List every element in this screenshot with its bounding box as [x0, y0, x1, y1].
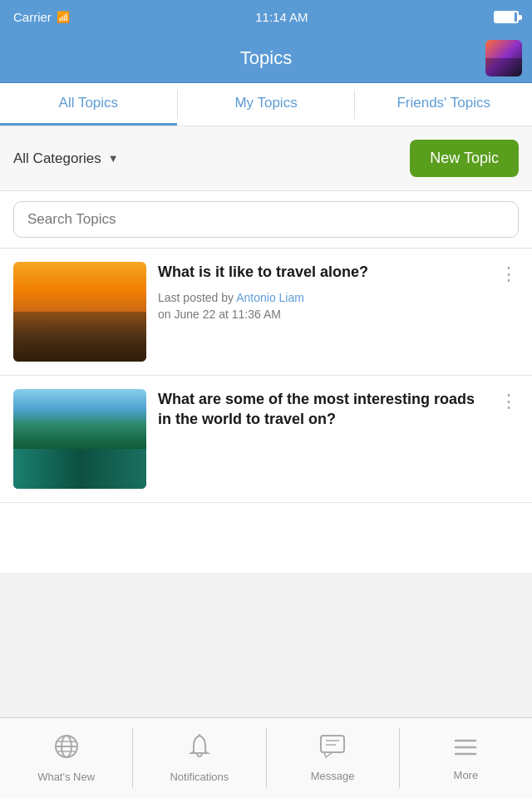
bottom-tab-more[interactable]: More	[400, 718, 532, 798]
whats-new-label: What's New	[37, 771, 95, 783]
search-input[interactable]	[13, 201, 519, 238]
new-topic-button[interactable]: New Topic	[410, 140, 519, 177]
message-label: Message	[311, 770, 355, 782]
dropdown-arrow-icon: ▼	[108, 152, 119, 165]
search-container	[0, 191, 532, 249]
tab-friends-topics[interactable]: Friends' Topics	[355, 83, 532, 126]
topic-meta-prefix: Last posted by	[158, 291, 236, 304]
table-row[interactable]: What are some of the most interesting ro…	[0, 376, 532, 503]
topics-tab-bar: All Topics My Topics Friends' Topics	[0, 83, 532, 126]
more-label: More	[454, 769, 479, 781]
status-bar-left: Carrier 📶	[13, 10, 70, 24]
carrier-label: Carrier	[13, 10, 52, 24]
topic-more-button[interactable]: ⋮	[493, 262, 519, 287]
topic-more-button[interactable]: ⋮	[493, 389, 519, 414]
topic-author[interactable]: Antonio Liam	[236, 291, 304, 304]
page-title: Topics	[240, 47, 292, 69]
topic-content: What are some of the most interesting ro…	[158, 389, 481, 438]
topic-meta: Last posted by Antonio Liam on June 22 a…	[158, 290, 481, 323]
topic-title: What is it like to travel alone?	[158, 262, 481, 282]
globe-icon	[53, 733, 80, 766]
table-row[interactable]: What is it like to travel alone? Last po…	[0, 249, 532, 376]
topic-thumbnail	[13, 262, 146, 362]
categories-label: All Categories	[13, 150, 101, 167]
bottom-tab-notifications[interactable]: Notifications	[133, 718, 265, 798]
tab-my-topics[interactable]: My Topics	[178, 83, 355, 126]
menu-icon	[452, 736, 479, 764]
topic-thumbnail	[13, 389, 146, 489]
battery-icon	[494, 11, 519, 23]
wifi-icon: 📶	[57, 11, 70, 23]
user-avatar[interactable]	[485, 40, 522, 76]
svg-rect-6	[321, 736, 344, 752]
topic-meta-suffix: on June 22 at 11:36 AM	[158, 308, 281, 321]
categories-dropdown-button[interactable]: All Categories ▼	[13, 150, 119, 167]
bottom-tab-bar: What's New Notifications Message	[0, 717, 532, 798]
nav-bar: Topics	[0, 33, 532, 83]
message-icon	[319, 734, 346, 765]
topic-list: What is it like to travel alone? Last po…	[0, 249, 532, 573]
status-bar: Carrier 📶 11:14 AM	[0, 0, 532, 33]
bell-icon	[187, 733, 212, 766]
coast-image	[13, 389, 146, 489]
tab-all-topics[interactable]: All Topics	[0, 83, 177, 126]
bottom-tab-whats-new[interactable]: What's New	[0, 718, 132, 798]
notifications-label: Notifications	[170, 771, 229, 783]
status-time: 11:14 AM	[255, 10, 308, 24]
topic-title: What are some of the most interesting ro…	[158, 389, 481, 430]
controls-row: All Categories ▼ New Topic	[0, 126, 532, 191]
pier-image	[13, 262, 146, 362]
topic-content: What is it like to travel alone? Last po…	[158, 262, 481, 323]
avatar-image	[485, 40, 522, 76]
bottom-tab-message[interactable]: Message	[267, 718, 399, 798]
